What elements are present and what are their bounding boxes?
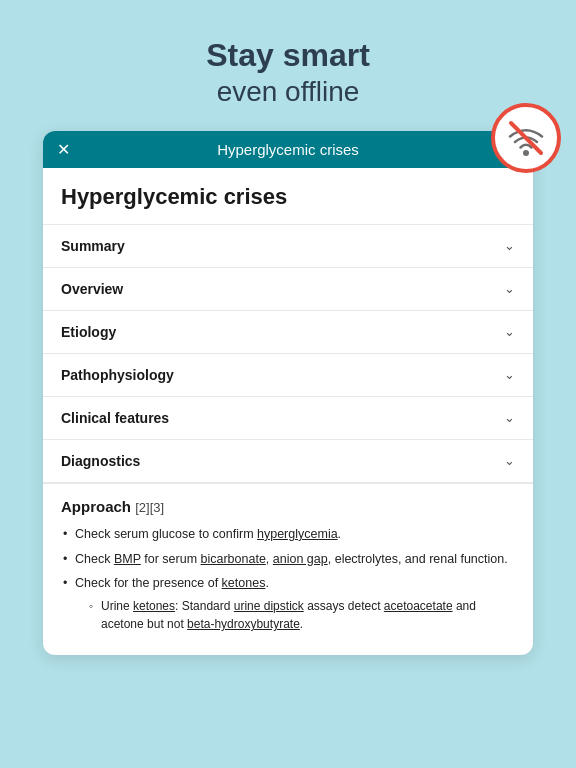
urine-ketones-link[interactable]: ketones [133,599,175,613]
header-section: Stay smart even offline [206,36,370,111]
topbar-title: Hyperglycemic crises [217,141,359,158]
ketones-link[interactable]: ketones [222,576,266,590]
article-title: Hyperglycemic crises [43,168,533,225]
chevron-down-icon: ⌄ [504,367,515,382]
page-title: Stay smart [206,36,370,74]
bullet-item-2: Check BMP for serum bicarbonate, anion g… [61,550,515,569]
bullet-list: Check serum glucose to confirm hyperglyc… [61,525,515,633]
accordion-label-pathophysiology: Pathophysiology [61,367,174,383]
accordion-label-diagnostics: Diagnostics [61,453,140,469]
bmp-link[interactable]: BMP [114,552,141,566]
accordion-label-etiology: Etiology [61,324,116,340]
expanded-section: Approach [2][3] Check serum glucose to c… [43,483,533,655]
close-button[interactable]: ✕ [57,140,70,159]
sub-bullet-list: Urine ketones: Standard urine dipstick a… [75,597,515,633]
bicarbonate-link[interactable]: bicarbonate [201,552,266,566]
accordion: Summary ⌄ Overview ⌄ Etiology ⌄ Pathophy… [43,225,533,655]
card-wrapper: ✕ Hyperglycemic crises Hyperglycemic cri… [43,131,533,655]
chevron-down-icon: ⌄ [504,453,515,468]
beta-hydroxybutyrate-link[interactable]: beta-hydroxybutyrate [187,617,300,631]
acetoacetate-link[interactable]: acetoacetate [384,599,453,613]
accordion-item-etiology[interactable]: Etiology ⌄ [43,311,533,354]
hyperglycemia-link[interactable]: hyperglycemia [257,527,338,541]
topbar: ✕ Hyperglycemic crises [43,131,533,168]
chevron-down-icon: ⌄ [504,281,515,296]
approach-refs: [2][3] [135,500,164,515]
page-subtitle: even offline [206,74,370,110]
accordion-item-overview[interactable]: Overview ⌄ [43,268,533,311]
bullet-item-3: Check for the presence of ketones. Urine… [61,574,515,633]
chevron-down-icon: ⌄ [504,324,515,339]
accordion-item-summary[interactable]: Summary ⌄ [43,225,533,268]
svg-line-1 [511,123,541,153]
accordion-item-pathophysiology[interactable]: Pathophysiology ⌄ [43,354,533,397]
anion-gap-link[interactable]: anion gap [273,552,328,566]
main-card: ✕ Hyperglycemic crises Hyperglycemic cri… [43,131,533,655]
accordion-label-summary: Summary [61,238,125,254]
wifi-svg [503,115,549,161]
accordion-label-overview: Overview [61,281,123,297]
chevron-down-icon: ⌄ [504,410,515,425]
svg-point-0 [523,150,529,156]
bullet-item-1: Check serum glucose to confirm hyperglyc… [61,525,515,544]
urine-dipstick-link[interactable]: urine dipstick [234,599,304,613]
chevron-down-icon: ⌄ [504,238,515,253]
accordion-item-clinical-features[interactable]: Clinical features ⌄ [43,397,533,440]
accordion-item-diagnostics[interactable]: Diagnostics ⌄ [43,440,533,483]
no-wifi-icon [491,103,561,173]
no-wifi-badge [491,103,561,173]
accordion-label-clinical-features: Clinical features [61,410,169,426]
approach-title: Approach [2][3] [61,498,515,515]
sub-bullet-item-1: Urine ketones: Standard urine dipstick a… [87,597,515,633]
